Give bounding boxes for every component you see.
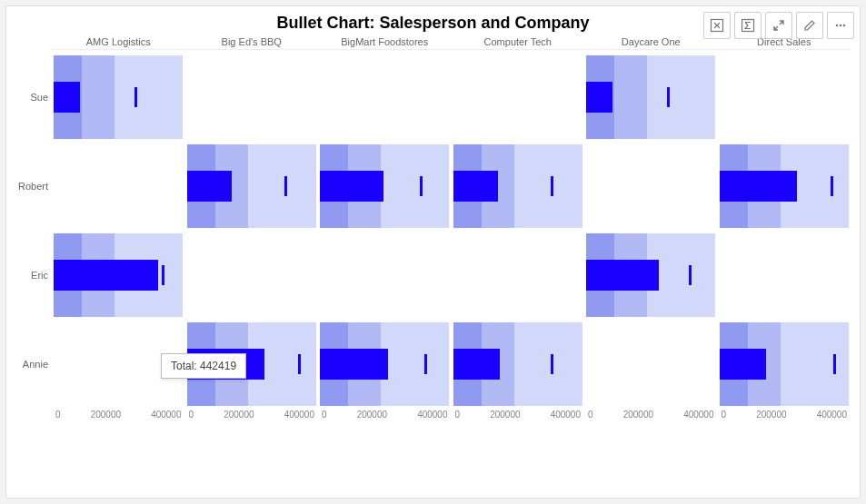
bullet-target	[551, 354, 553, 374]
bullet-bar	[453, 171, 498, 201]
column-header: BigMart Foodstores	[318, 36, 452, 47]
bullet-band	[647, 55, 715, 139]
bullet-bar	[453, 349, 501, 379]
rows-container: SueRobertEricAnnie	[15, 55, 851, 406]
pencil-icon	[802, 18, 817, 33]
axis-tick: 200000	[91, 410, 121, 420]
axis-tick: 400000	[151, 410, 181, 420]
more-button[interactable]	[827, 12, 854, 39]
bullet-bar	[187, 171, 232, 201]
axis-tick: 0	[722, 410, 727, 420]
bullet-cell[interactable]	[453, 55, 583, 139]
bullet-band	[82, 55, 114, 139]
bullet-cell[interactable]	[586, 233, 716, 317]
row-cells	[52, 55, 851, 139]
bullet-cell[interactable]	[320, 322, 450, 406]
remove-button[interactable]	[703, 12, 731, 39]
bullet-cell[interactable]	[453, 144, 583, 228]
bullet-bar	[720, 349, 767, 379]
bullet-cell[interactable]	[320, 144, 450, 228]
bullet-band	[381, 322, 449, 406]
axis-tick: 200000	[490, 410, 520, 420]
svg-point-4	[843, 25, 846, 27]
row-label: Sue	[15, 92, 52, 103]
bullet-bar	[586, 260, 659, 290]
bullet-target	[689, 265, 692, 285]
bullet-cell[interactable]	[187, 233, 317, 317]
axis-tick: 200000	[224, 410, 254, 420]
expand-button[interactable]	[765, 12, 792, 39]
column-header: Daycare One	[584, 36, 718, 47]
bullet-cell[interactable]	[453, 322, 583, 406]
axis-tick: 400000	[417, 410, 447, 420]
bullet-band	[114, 55, 183, 139]
svg-point-2	[836, 25, 839, 27]
svg-point-3	[840, 25, 842, 27]
axis-tick: 400000	[683, 410, 713, 420]
axis-cell: 0200000400000	[453, 410, 583, 420]
bullet-target	[420, 176, 423, 196]
axis-tick: 0	[455, 410, 461, 420]
bullet-cell[interactable]	[586, 322, 716, 406]
ellipsis-icon	[833, 18, 848, 33]
formula-button[interactable]	[734, 12, 761, 39]
sigma-box-icon	[741, 18, 755, 33]
bullet-cell[interactable]	[720, 322, 850, 406]
bullet-cell[interactable]	[187, 55, 317, 139]
bullet-cell[interactable]	[720, 55, 850, 139]
axis-cell: 0200000400000	[320, 410, 450, 420]
axis-tick: 200000	[623, 410, 653, 420]
bullet-target	[298, 354, 301, 374]
axis-tick: 0	[55, 410, 61, 420]
bullet-cell[interactable]	[320, 233, 450, 317]
bullet-cell[interactable]	[54, 144, 184, 228]
bullet-cell[interactable]	[720, 233, 850, 317]
axis-cell: 0200000400000	[720, 410, 850, 420]
bullet-bar	[320, 349, 388, 379]
bullet-target	[162, 265, 164, 285]
axis-cell: 0200000400000	[54, 410, 184, 420]
bullet-band	[248, 144, 316, 228]
axis-tick: 0	[588, 410, 593, 420]
bullet-cell[interactable]	[720, 144, 850, 228]
bullet-bar	[54, 82, 80, 112]
axis-tick: 200000	[756, 410, 786, 420]
column-header: Big Ed's BBQ	[185, 36, 319, 47]
bullet-cell[interactable]	[320, 55, 450, 139]
bullet-target	[667, 87, 670, 107]
chart-row: Eric	[15, 233, 851, 317]
bullet-cell[interactable]	[54, 233, 184, 317]
bullet-target	[833, 354, 836, 374]
bullet-cell[interactable]	[453, 233, 583, 317]
bullet-bar	[586, 82, 612, 112]
bullet-cell[interactable]	[187, 144, 317, 228]
bullet-cell[interactable]	[54, 55, 184, 139]
bullet-band	[381, 144, 449, 228]
toolbar	[703, 12, 854, 39]
bullet-cell[interactable]	[586, 144, 716, 228]
axis-cell: 0200000400000	[586, 410, 716, 420]
row-label: Robert	[15, 181, 52, 192]
row-label: Annie	[15, 359, 52, 370]
axis-tick: 200000	[357, 410, 387, 420]
edit-button[interactable]	[796, 12, 823, 39]
column-header: AMG Logistics	[52, 36, 185, 47]
bullet-target	[551, 176, 553, 196]
row-cells	[52, 233, 851, 317]
bullet-cell[interactable]	[586, 55, 716, 139]
axis-tick: 400000	[551, 410, 581, 420]
bullet-bar	[320, 171, 383, 201]
chart-body: AMG LogisticsBig Ed's BBQBigMart Foodsto…	[6, 36, 860, 427]
chart-card: Bullet Chart: Salesperson and Company AM…	[5, 5, 861, 499]
bullet-bar	[720, 171, 798, 201]
axis-tick: 400000	[284, 410, 314, 420]
tooltip-label: Total: 442419	[171, 360, 236, 372]
tooltip: Total: 442419	[161, 353, 246, 379]
bullet-target	[134, 87, 137, 107]
axis-row: 0200000400000020000040000002000004000000…	[52, 410, 851, 420]
row-label: Eric	[15, 270, 52, 281]
bullet-band	[514, 322, 582, 406]
chart-row: Annie	[15, 322, 851, 406]
bullet-target	[424, 354, 427, 374]
chart-row: Robert	[15, 144, 851, 228]
